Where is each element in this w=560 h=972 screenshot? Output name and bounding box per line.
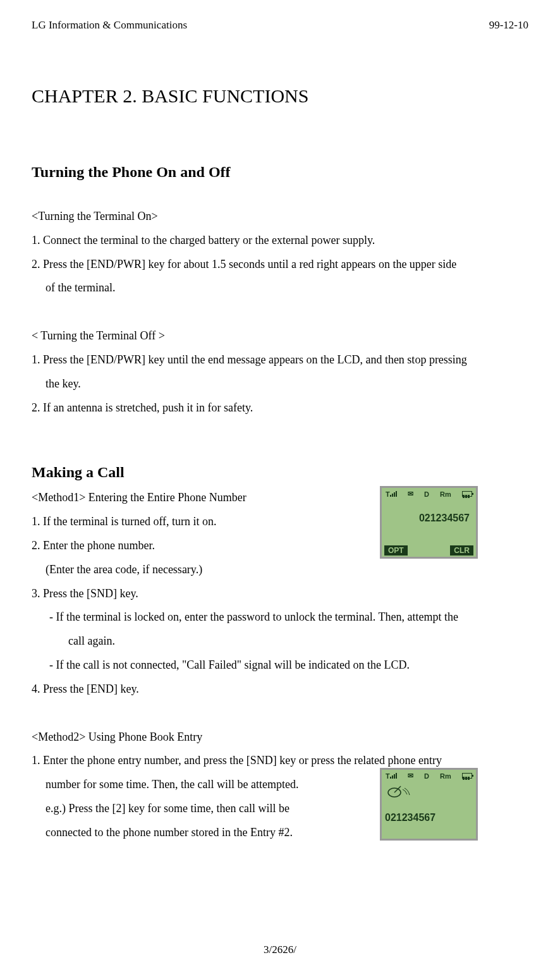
document-header: LG Information & Communications 99-12-10 xyxy=(32,19,528,32)
method2-heading: <Method2> Using Phone Book Entry xyxy=(32,726,528,750)
m1-step-4: 4. Press the [END] key. xyxy=(32,677,528,702)
phone1-status-bar: T ✉ D Rm xyxy=(382,488,476,500)
phone-screenshot-2: T ✉ D Rm 021234567 xyxy=(380,768,478,841)
company-name: LG Information & Communications xyxy=(32,19,187,32)
method2-container: T ✉ D Rm 021234567 1. Enter the phone en… xyxy=(32,749,528,844)
rm-icon: Rm xyxy=(440,490,451,498)
section-making-call: Making a Call xyxy=(32,464,528,481)
turn-on-step-2: 2. Press the [END/PWR] key for about 1.5… xyxy=(32,253,528,277)
document-date: 99-12-10 xyxy=(489,19,528,32)
method1-container: T ✉ D Rm 021234567 OPT CLR <Method1> Ent… xyxy=(32,486,528,701)
m1-sub-1: - If the terminal is locked on, enter th… xyxy=(32,605,528,629)
signal-icon: T xyxy=(386,772,397,780)
message-icon: ✉ xyxy=(408,490,413,498)
turn-on-step-1: 1. Connect the terminal to the charged b… xyxy=(32,229,528,253)
chapter-title: CHAPTER 2. BASIC FUNCTIONS xyxy=(32,85,528,107)
m1-step-3: 3. Press the [SND] key. xyxy=(32,582,528,606)
page-footer: 3/2626/ xyxy=(0,944,560,956)
softkey-clr: CLR xyxy=(450,545,473,556)
message-icon: ✉ xyxy=(408,772,413,780)
m2-step-1-line2: number for some time. Then, the call wil… xyxy=(32,773,386,797)
sub-heading-turning-on: <Turning the Terminal On> xyxy=(32,205,528,229)
battery-icon xyxy=(462,491,472,497)
m2-step-1-line4: connected to the phone number stored in … xyxy=(32,821,386,845)
turn-off-step-2: 2. If an antenna is stretched, push it i… xyxy=(32,396,528,420)
phone1-number: 021234567 xyxy=(382,500,476,527)
phone2-number: 021234567 xyxy=(382,807,476,827)
softkey-opt: OPT xyxy=(384,545,408,556)
d-icon: D xyxy=(424,490,429,498)
sub-heading-turning-off: < Turning the Terminal Off > xyxy=(32,324,528,348)
m1-step-2-note: (Enter the area code, if necessary.) xyxy=(32,558,398,582)
turn-on-step-2-cont: of the terminal. xyxy=(32,276,528,300)
svg-line-1 xyxy=(394,786,401,793)
turn-off-step-1: 1. Press the [END/PWR] key until the end… xyxy=(32,348,528,372)
battery-icon xyxy=(462,773,472,779)
section-turning-on-off: Turning the Phone On and Off xyxy=(32,164,528,181)
signal-icon: T xyxy=(386,490,397,498)
phone2-status-bar: T ✉ D Rm xyxy=(382,770,476,782)
rm-icon: Rm xyxy=(440,772,451,780)
m1-sub-1-cont: call again. xyxy=(32,629,528,653)
m2-step-1-line3: e.g.) Press the [2] key for some time, t… xyxy=(32,797,386,821)
phone1-softkeys: OPT CLR xyxy=(383,545,475,556)
turn-off-step-1-cont: the key. xyxy=(32,372,528,396)
method1-heading: <Method1> Entering the Entire Phone Numb… xyxy=(32,486,398,510)
m1-step-1: 1. If the terminal is turned off, turn i… xyxy=(32,510,398,534)
d-icon: D xyxy=(424,772,429,780)
phone-screenshot-1: T ✉ D Rm 021234567 OPT CLR xyxy=(380,486,478,559)
m1-step-2: 2. Enter the phone number. xyxy=(32,534,398,558)
m1-sub-2: - If the call is not connected, "Call Fa… xyxy=(32,653,528,677)
satellite-icon xyxy=(382,782,476,807)
